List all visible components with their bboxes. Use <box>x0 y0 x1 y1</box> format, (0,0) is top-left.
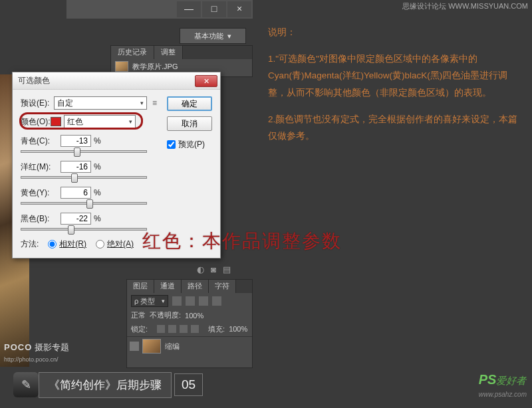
close-app-button[interactable]: × <box>227 1 251 17</box>
preview-label: 预览(P) <box>178 139 205 150</box>
black-input[interactable] <box>61 213 91 225</box>
yellow-slider[interactable] <box>21 202 147 205</box>
top-watermark: 思缘设计论坛 WWW.MISSYUAN.COM <box>402 1 528 11</box>
preview-check-input[interactable] <box>167 140 176 149</box>
eye-icon[interactable]: ◐ <box>197 264 204 274</box>
explain-p1: 1."可选颜色"对图像中限定颜色区域中的各像素中的Cyan(青)Magenta(… <box>268 51 526 102</box>
minimize-button[interactable]: — <box>177 1 201 17</box>
step-icon: ✎ <box>13 372 39 397</box>
bottom-watermark: PS爱好者 www.psahz.com <box>479 372 527 399</box>
preset-menu-icon[interactable]: ≡ <box>152 98 157 108</box>
lock-icon[interactable] <box>180 325 188 333</box>
tab-history[interactable]: 历史记录 <box>111 46 154 59</box>
method-label: 方法: <box>21 239 39 250</box>
camera-icon[interactable]: ◙ <box>211 264 216 274</box>
color-select[interactable]: 红色 <box>64 115 136 128</box>
cyan-slider[interactable] <box>21 150 147 153</box>
preset-select[interactable]: 自定 <box>54 96 147 110</box>
explanation-text: 说明： 1."可选颜色"对图像中限定颜色区域中的各像素中的Cyan(青)Mage… <box>268 24 526 154</box>
preset-label: 预设(E): <box>21 98 54 109</box>
opacity-value[interactable]: 100% <box>185 312 203 320</box>
ok-button[interactable]: 确定 <box>167 96 212 111</box>
cyan-label: 青色(C): <box>21 136 61 147</box>
absolute-radio[interactable]: 绝对(A) <box>96 239 134 250</box>
filter-icon[interactable] <box>199 296 208 306</box>
color-label: 颜色(O): <box>21 116 51 128</box>
eye-icon[interactable] <box>130 342 139 351</box>
maximize-button[interactable]: □ <box>202 1 226 17</box>
red-annotation: 红色：本作品调整参数 <box>142 229 342 254</box>
layer-name: 缩编 <box>165 342 180 352</box>
magenta-label: 洋红(M): <box>21 161 61 173</box>
magenta-input[interactable] <box>61 161 91 173</box>
layers-panel: 图层 通道 路径 字符 ρ 类型 正常 不透明度: 100% 锁定: 填充: 1… <box>126 279 253 368</box>
yellow-label: 黄色(Y): <box>21 187 61 199</box>
explain-p2: 2.颜色调节也没有定式，完全根据创作者的喜好来设定，本篇仅做参考。 <box>268 111 526 145</box>
lock-icon[interactable] <box>168 325 176 333</box>
app-titlebar: — □ × <box>66 0 253 19</box>
layer-thumbnail <box>142 339 161 354</box>
workspace-selector[interactable]: 基本功能 <box>180 28 246 44</box>
layer-item[interactable]: 缩编 <box>127 336 252 356</box>
dialog-title: 可选颜色 <box>18 75 50 86</box>
filter-icon[interactable] <box>186 296 195 306</box>
cyan-input[interactable] <box>61 135 91 147</box>
tab-character[interactable]: 字符 <box>209 280 236 293</box>
magenta-slider[interactable] <box>21 176 147 179</box>
layer-kind-select[interactable]: ρ 类型 <box>131 295 168 307</box>
black-slider[interactable] <box>21 228 147 231</box>
fill-value[interactable]: 100% <box>229 325 247 333</box>
blend-mode-select[interactable]: 正常 <box>131 310 146 320</box>
relative-radio[interactable]: 相对(R) <box>48 239 86 250</box>
pct: % <box>94 214 101 223</box>
opacity-label: 不透明度: <box>150 310 181 320</box>
color-swatch <box>51 117 61 126</box>
lock-icon[interactable] <box>157 325 165 333</box>
pct: % <box>94 188 101 197</box>
tab-layers[interactable]: 图层 <box>127 280 154 293</box>
yellow-input[interactable] <box>61 187 91 199</box>
preview-checkbox[interactable]: 预览(P) <box>167 139 212 150</box>
step-bar: ✎ 《简约创作》后期步骤 05 <box>13 372 203 397</box>
panel-icons: ◐ ◙ ▤ <box>197 264 231 274</box>
history-thumbnail <box>115 61 128 72</box>
close-icon[interactable]: ✕ <box>195 75 217 87</box>
pct: % <box>94 136 101 146</box>
lock-label: 锁定: <box>131 324 148 334</box>
fill-label: 填充: <box>208 324 225 334</box>
lock-icon[interactable] <box>191 325 199 333</box>
pct: % <box>94 162 101 171</box>
tab-paths[interactable]: 路径 <box>182 280 209 293</box>
dialog-titlebar[interactable]: 可选颜色 ✕ <box>13 72 220 90</box>
poco-watermark: POCO 摄影专题 http://photo.poco.cn/ <box>4 342 69 363</box>
filter-icon[interactable] <box>172 296 182 306</box>
step-number: 05 <box>174 373 203 396</box>
tab-channels[interactable]: 通道 <box>154 280 182 293</box>
explain-heading: 说明： <box>268 24 526 41</box>
menu-icon[interactable]: ▤ <box>223 264 231 274</box>
tab-adjust[interactable]: 调整 <box>154 46 183 59</box>
history-filename: 教学原片.JPG <box>132 62 178 72</box>
black-label: 黑色(B): <box>21 213 61 225</box>
step-text: 《简约创作》后期步骤 <box>39 372 172 398</box>
filter-icon[interactable] <box>212 296 221 306</box>
